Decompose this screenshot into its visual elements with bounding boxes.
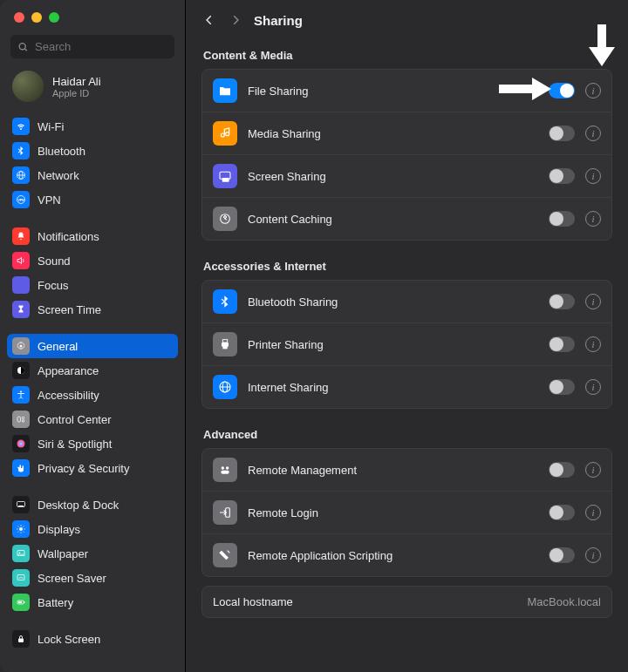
script-icon: [213, 543, 237, 567]
toggle-remote-management[interactable]: [549, 462, 575, 478]
info-button[interactable]: i: [585, 336, 601, 352]
annotation-arrow-right-icon: [499, 78, 551, 100]
sidebar-item-label: Desktop & Dock: [38, 499, 119, 512]
disp-icon: [12, 520, 30, 538]
info-button[interactable]: i: [585, 505, 601, 520]
cc-icon: [12, 411, 30, 428]
minimize-window-button[interactable]: [31, 12, 42, 23]
sidebar-item-screen-time[interactable]: Screen Time: [7, 297, 178, 322]
toggle-internet-sharing[interactable]: [549, 379, 575, 395]
access-icon: [12, 386, 30, 404]
row-label: Remote Login: [248, 506, 538, 519]
hostname-row[interactable]: Local hostname MacBook.local: [202, 587, 611, 617]
toggle-remote-login[interactable]: [549, 505, 575, 520]
row-label: Internet Sharing: [248, 381, 538, 394]
svg-rect-39: [499, 85, 534, 93]
toggle-remote-application-scripting[interactable]: [549, 547, 575, 563]
info-button[interactable]: i: [585, 379, 601, 395]
info-button[interactable]: i: [585, 294, 601, 309]
sidebar-item-label: Wallpaper: [38, 547, 88, 560]
sidebar-item-label: VPN: [38, 193, 61, 207]
svg-point-34: [226, 466, 229, 469]
sidebar-item-label: Privacy & Security: [38, 462, 129, 475]
sidebar-item-control-center[interactable]: Control Center: [7, 407, 178, 431]
sidebar-item-general[interactable]: General: [7, 334, 178, 358]
sidebar-item-desktop-dock[interactable]: Desktop & Dock: [7, 492, 178, 517]
toggle-bluetooth-sharing[interactable]: [549, 294, 575, 309]
info-button[interactable]: i: [585, 168, 601, 184]
close-window-button[interactable]: [14, 12, 24, 23]
svg-rect-25: [222, 178, 229, 182]
row-label: Printer Sharing: [248, 338, 538, 351]
toggle-screen-sharing[interactable]: [549, 168, 575, 184]
svg-rect-28: [222, 340, 227, 343]
nav-forward-button[interactable]: [228, 12, 243, 28]
window-controls: [0, 0, 185, 31]
sidebar-item-label: Network: [38, 169, 79, 182]
hostname-value: MacBook.local: [527, 595, 601, 608]
sidebar-item-vpn[interactable]: VPNVPN: [7, 187, 178, 212]
sidebar-item-notifications[interactable]: Notifications: [7, 224, 178, 248]
sound-icon: [12, 252, 30, 269]
section-title: Content & Media: [203, 49, 612, 62]
row-bluetooth-sharing: Bluetooth Sharingi: [202, 281, 611, 322]
svg-point-11: [22, 417, 24, 419]
account-sub: Apple ID: [52, 88, 101, 98]
toggle-content-caching[interactable]: [549, 211, 575, 227]
sidebar-item-privacy-security[interactable]: Privacy & Security: [7, 456, 178, 480]
page-title: Sharing: [254, 13, 303, 28]
main-pane: Sharing Content & MediaFile SharingiMedi…: [186, 0, 628, 672]
sidebar-item-accessibility[interactable]: Accessibility: [7, 383, 178, 407]
info-button[interactable]: i: [585, 126, 601, 141]
sidebar-item-battery[interactable]: Battery: [7, 590, 178, 614]
section-accessories-internet: Accessories & InternetBluetooth Sharingi…: [186, 246, 628, 414]
main-header: Sharing: [186, 0, 628, 35]
sidebar-item-sound[interactable]: Sound: [7, 248, 178, 273]
sections: Content & MediaFile SharingiMedia Sharin…: [186, 35, 628, 582]
remote-icon: [213, 458, 237, 482]
sidebar-item-bluetooth[interactable]: Bluetooth: [7, 139, 178, 163]
section-title: Accessories & Internet: [203, 260, 612, 273]
toggle-file-sharing[interactable]: [549, 83, 575, 98]
sidebar-item-displays[interactable]: Displays: [7, 517, 178, 541]
svg-marker-38: [589, 47, 615, 66]
sidebar-item-label: Screen Time: [38, 303, 101, 316]
sidebar-item-network[interactable]: Network: [7, 163, 178, 187]
search-input[interactable]: [10, 35, 174, 58]
sidebar-item-screen-saver[interactable]: Screen Saver: [7, 566, 178, 590]
sidebar-item-lock-screen[interactable]: Lock Screen: [7, 627, 178, 651]
avatar: [12, 71, 44, 102]
batt-icon: [12, 594, 30, 611]
globe-icon: [12, 166, 30, 184]
sidebar-item-focus[interactable]: Focus: [7, 273, 178, 297]
sidebar-item-label: Wi-Fi: [38, 120, 64, 133]
ssaver-icon: [12, 569, 30, 587]
svg-rect-23: [18, 639, 24, 643]
nav-back-button[interactable]: [201, 12, 217, 28]
info-button[interactable]: i: [585, 83, 601, 98]
row-screen-sharing: Screen Sharingi: [202, 154, 611, 197]
sidebar-item-wi-fi[interactable]: Wi-Fi: [7, 114, 178, 139]
row-label: Remote Management: [248, 464, 538, 477]
toggle-media-sharing[interactable]: [549, 126, 575, 141]
svg-point-9: [20, 391, 22, 393]
sidebar: Haidar Ali Apple ID Wi-FiBluetoothNetwor…: [0, 0, 186, 672]
info-button[interactable]: i: [585, 211, 601, 227]
info-button[interactable]: i: [585, 462, 601, 478]
sidebar-list: Wi-FiBluetoothNetworkVPNVPNNotifications…: [0, 112, 185, 672]
apple-id-account[interactable]: Haidar Ali Apple ID: [0, 67, 185, 112]
zoom-window-button[interactable]: [49, 12, 59, 23]
screen-icon: [213, 164, 237, 188]
sidebar-item-label: Sound: [38, 255, 71, 268]
svg-rect-29: [222, 345, 227, 349]
svg-line-1: [24, 48, 26, 50]
svg-rect-21: [24, 601, 25, 603]
sidebar-item-wallpaper[interactable]: Wallpaper: [7, 541, 178, 566]
toggle-printer-sharing[interactable]: [549, 336, 575, 352]
sidebar-group: NotificationsSoundFocusScreen Time: [7, 224, 178, 322]
sidebar-item-siri-spotlight[interactable]: Siri & Spotlight: [7, 431, 178, 456]
hostname-panel: Local hostname MacBook.local: [201, 586, 612, 618]
sidebar-item-appearance[interactable]: Appearance: [7, 358, 178, 383]
vpn-icon: VPN: [12, 191, 30, 208]
info-button[interactable]: i: [585, 547, 601, 563]
